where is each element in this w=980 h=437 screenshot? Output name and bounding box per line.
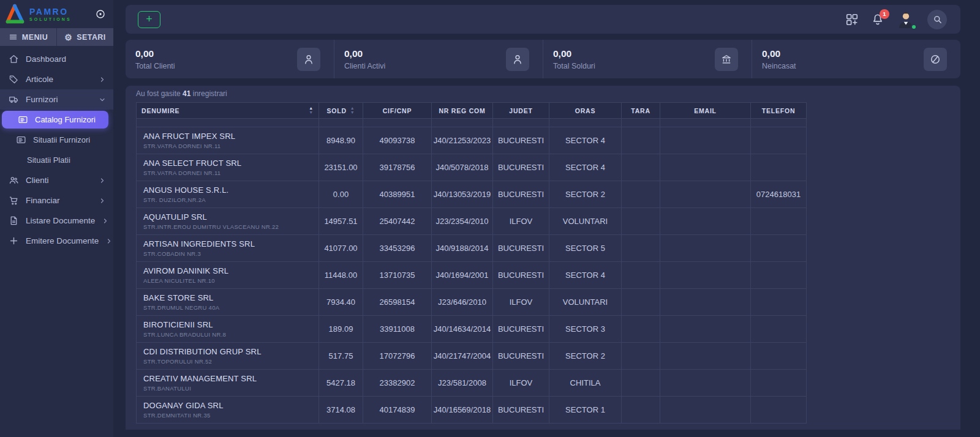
tab-setari[interactable]: ⚙ SETARI (57, 28, 113, 46)
cell-judet: BUCURESTI (493, 127, 549, 154)
notifications-button[interactable]: 1 (871, 13, 884, 26)
column-header-oras[interactable]: ORAS (549, 103, 622, 119)
supplier-address: STR. DUZILOR,NR.2A (143, 196, 318, 203)
column-header-cif[interactable]: CIF/CNP (363, 103, 432, 119)
cell-tara (622, 316, 660, 343)
stat-label: Total Clienti (135, 62, 175, 70)
cell-tara (622, 235, 660, 262)
sidebar-item-articole[interactable]: Articole (0, 69, 113, 89)
sidebar-item-furnizori[interactable]: Furnizori (0, 89, 113, 110)
filter-cell[interactable] (493, 119, 549, 127)
supplier-address: STR.INTR.EROU DUMITRU VLASCEANU NR.22 (143, 223, 318, 230)
cell-email (660, 127, 751, 154)
column-header-denumire[interactable]: DENUMIRE ▲▼ (137, 103, 319, 119)
cell-sold: 23151.00 (319, 154, 363, 181)
cell-judet: BUCURESTI (493, 262, 549, 289)
cell-nrregcom: J23/581/2008 (432, 370, 493, 397)
search-button[interactable] (927, 10, 947, 29)
sidebar-item-situatii-furnizori[interactable]: Situatii Furnizori (0, 130, 113, 150)
user-menu-button[interactable] (897, 10, 915, 29)
cell-oras: SECTOR 4 (549, 154, 622, 181)
sidebar-pin-toggle-icon[interactable] (95, 9, 106, 20)
filter-cell[interactable] (137, 119, 319, 127)
supplier-address: STR.BANATULUI (143, 385, 318, 392)
cell-oras: SECTOR 4 (549, 262, 622, 289)
add-button[interactable]: + (138, 11, 160, 28)
cell-tara (622, 397, 660, 424)
cell-tara (622, 262, 660, 289)
sidebar-item-catalog-furnizori[interactable]: Catalog Furnizori (2, 111, 108, 129)
search-icon (932, 14, 943, 24)
cell-sold: 517.75 (319, 343, 363, 370)
cell-nrregcom: J40/9188/2014 (432, 235, 493, 262)
table-row[interactable]: ANA FRUCT IMPEX SRL STR.VATRA DORNEI NR.… (137, 127, 807, 154)
sidebar-item-dashboard[interactable]: Dashboard (0, 49, 113, 69)
filter-cell[interactable] (549, 119, 622, 127)
column-header-telefon[interactable]: TELEFON (751, 103, 807, 119)
stat-value: 0,00 (344, 48, 385, 59)
column-header-judet[interactable]: JUDET (493, 103, 549, 119)
table-row[interactable]: ARTISAN INGREDIENTS SRL STR.COBADIN NR.3… (137, 235, 807, 262)
cell-telefon (751, 127, 807, 154)
cell-nrregcom: J40/21253/2023 (432, 127, 493, 154)
cell-sold: 11448.00 (319, 262, 363, 289)
sidebar-item-label: Furnizori (26, 95, 58, 104)
filter-cell[interactable] (319, 119, 363, 127)
table-row[interactable]: BIROTICIENII SRL STR.LUNCA BRADULUI NR.8… (137, 316, 807, 343)
table-row[interactable]: ANGUS HOUSE S.R.L. STR. DUZILOR,NR.2A 0.… (137, 181, 807, 208)
sidebar-item-emitere-documente[interactable]: Emitere Documente (0, 231, 113, 251)
supplier-name: ARTISAN INGREDIENTS SRL (143, 239, 318, 248)
sidebar-tabs: MENIU ⚙ SETARI (0, 28, 113, 46)
table-row[interactable]: AVIROM DANINIK SRL ALEEA NICULITEL NR.10… (137, 262, 807, 289)
column-header-tara[interactable]: TARA (622, 103, 660, 119)
topbar: + 1 (126, 5, 960, 34)
sidebar-item-label: Articole (26, 75, 53, 84)
cell-judet: BUCURESTI (493, 235, 549, 262)
tab-meniu[interactable]: MENIU (0, 28, 57, 46)
table-row[interactable]: CDI DISTRIBUTION GRUP SRL STR.TOPORULUI … (137, 343, 807, 370)
cell-email (660, 316, 751, 343)
table-row[interactable]: ANA SELECT FRUCT SRL STR.VATRA DORNEI NR… (137, 154, 807, 181)
cell-tara (622, 343, 660, 370)
sidebar-item-situatii-platii[interactable]: Situatii Platii (0, 150, 113, 170)
table-row[interactable]: DOGANAY GIDA SRL STR.DEMNITATII NR.35 37… (137, 397, 807, 424)
brand-logo[interactable]: PAMRO SOLUTIONS (0, 0, 113, 28)
cell-email (660, 235, 751, 262)
table-row[interactable]: BAKE STORE SRL STR.DRUMUL NEGRU 40A 7934… (137, 289, 807, 316)
cell-cif: 39178756 (363, 154, 432, 181)
filter-cell[interactable] (363, 119, 432, 127)
cell-sold: 7934.40 (319, 289, 363, 316)
filter-cell[interactable] (751, 119, 807, 127)
apps-grid-button[interactable] (845, 13, 859, 26)
sort-icon: ▲▼ (309, 106, 314, 114)
filter-cell[interactable] (622, 119, 660, 127)
table-header-row: DENUMIRE ▲▼ SOLD ▲▼ CIF/CNP NR REG COM (137, 103, 807, 119)
cell-email (660, 262, 751, 289)
sidebar-item-clienti[interactable]: Clienti (0, 170, 113, 190)
stat-label: Clienti Activi (344, 62, 385, 70)
column-header-sold[interactable]: SOLD ▲▼ (319, 103, 363, 119)
cell-cif: 26598154 (363, 289, 432, 316)
table-filter-row (137, 119, 807, 127)
cell-telefon (751, 289, 807, 316)
filter-cell[interactable] (432, 119, 493, 127)
cell-email (660, 154, 751, 181)
sidebar-item-financiar[interactable]: Financiar (0, 190, 113, 211)
sidebar-item-label: Situatii Furnizori (33, 135, 90, 144)
cell-denumire: ARTISAN INGREDIENTS SRL STR.COBADIN NR.3 (137, 235, 319, 262)
column-header-nrregcom[interactable]: NR REG COM (432, 103, 493, 119)
cell-nrregcom: J40/21747/2004 (432, 343, 493, 370)
sidebar-item-label: Catalog Furnizori (35, 115, 96, 124)
cell-denumire: CDI DISTRIBUTION GRUP SRL STR.TOPORULUI … (137, 343, 319, 370)
table-row[interactable]: AQUATULIP SRL STR.INTR.EROU DUMITRU VLAS… (137, 208, 807, 235)
cell-nrregcom: J40/1694/2001 (432, 262, 493, 289)
sidebar-item-listare-documente[interactable]: Listare Documente (0, 211, 113, 231)
cell-tara (622, 370, 660, 397)
column-header-email[interactable]: EMAIL (660, 103, 751, 119)
table-row[interactable]: CREATIV MANAGEMENT SRL STR.BANATULUI 542… (137, 370, 807, 397)
cell-telefon (751, 235, 807, 262)
filter-cell[interactable] (660, 119, 751, 127)
cell-denumire: CREATIV MANAGEMENT SRL STR.BANATULUI (137, 370, 319, 397)
online-status-dot (911, 24, 917, 30)
stat-value: 0,00 (762, 48, 796, 59)
